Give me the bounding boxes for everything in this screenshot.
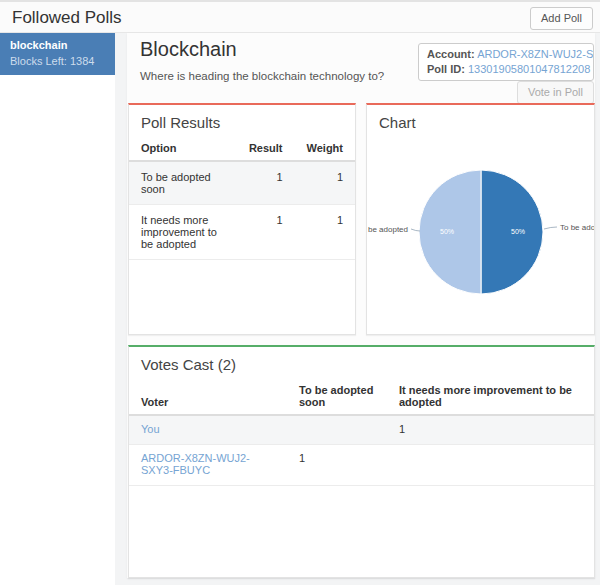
option-cell: It needs more improvement to be adopted	[129, 205, 237, 260]
poll-results-title: Poll Results	[129, 105, 355, 138]
add-poll-button[interactable]: Add Poll	[530, 7, 593, 30]
pie-percent-left: 50%	[440, 228, 454, 235]
pie-label-needs-improvement: It needs more improvement to be adopted	[367, 225, 408, 234]
vote-value-cell: 1	[287, 445, 387, 486]
chart-title: Chart	[367, 105, 594, 138]
chart-panel: Chart 50% 50% It needs more improvement …	[366, 103, 595, 335]
table-row: ARDOR-X8ZN-WUJ2-SXY3-FBUYC 1	[129, 445, 594, 486]
vote-value-cell: 1	[387, 415, 594, 445]
voter-link-account[interactable]: ARDOR-X8ZN-WUJ2-SXY3-FBUYC	[141, 452, 250, 476]
pie-callout-line-right	[544, 227, 557, 229]
voter-cell: You	[129, 415, 287, 445]
page-title: Followed Polls	[12, 8, 122, 28]
column-option: Option	[129, 138, 237, 161]
poll-results-panel: Poll Results Option Result Weight To be …	[128, 103, 356, 335]
vote-value-cell	[387, 445, 594, 486]
followed-polls-page: Followed Polls Add Poll blockchain Block…	[0, 0, 600, 585]
column-needs-improvement: It needs more improvement to be adopted	[387, 380, 594, 415]
column-to-be-adopted-soon: To be adopted soon	[287, 380, 387, 415]
poll-title: Blockchain	[140, 38, 237, 61]
votes-cast-panel: Votes Cast (2) Voter To be adopted soon …	[128, 345, 595, 578]
account-label: Account:	[427, 48, 475, 60]
poll-question: Where is heading the blockchain technolo…	[140, 70, 384, 82]
poll-account-box: Account: ARDOR-X8ZN-WUJ2-SXY3-FBUYC Poll…	[418, 43, 594, 81]
result-cell: 1	[237, 205, 295, 260]
poll-id-row: Poll ID: 13301905801047812208	[427, 62, 585, 77]
option-cell: To be adopted soon	[129, 161, 237, 205]
page-header: Followed Polls Add Poll	[0, 0, 600, 33]
weight-cell: 1	[295, 161, 355, 205]
table-row: You 1	[129, 415, 594, 445]
votes-cast-table: Voter To be adopted soon It needs more i…	[129, 380, 594, 486]
poll-pie-chart: 50% 50% It needs more improvement to be …	[367, 135, 595, 330]
votes-header-row: Voter To be adopted soon It needs more i…	[129, 380, 594, 415]
table-row: To be adopted soon 1 1	[129, 161, 355, 205]
account-link[interactable]: ARDOR-X8ZN-WUJ2-SXY3-FBUYC	[477, 48, 594, 60]
account-row: Account: ARDOR-X8ZN-WUJ2-SXY3-FBUYC	[427, 47, 585, 62]
weight-cell: 1	[295, 205, 355, 260]
sidebar-poll-name: blockchain	[10, 39, 105, 51]
pie-label-to-be-adopted-soon: To be adopted soon	[560, 223, 595, 232]
column-result: Result	[237, 138, 295, 161]
poll-results-header-row: Option Result Weight	[129, 138, 355, 161]
result-cell: 1	[237, 161, 295, 205]
sidebar-item-blockchain[interactable]: blockchain Blocks Left: 1384	[0, 33, 115, 75]
poll-results-table: Option Result Weight To be adopted soon …	[129, 138, 355, 260]
vote-value-cell	[287, 415, 387, 445]
poll-id-link[interactable]: 13301905801047812208	[468, 63, 590, 75]
column-weight: Weight	[295, 138, 355, 161]
polls-sidebar: blockchain Blocks Left: 1384	[0, 33, 115, 585]
blocks-left-value: 1384	[70, 55, 94, 67]
voter-cell: ARDOR-X8ZN-WUJ2-SXY3-FBUYC	[129, 445, 287, 486]
sidebar-blocks-left: Blocks Left: 1384	[10, 55, 105, 67]
table-row: It needs more improvement to be adopted …	[129, 205, 355, 260]
poll-id-label: Poll ID:	[427, 63, 465, 75]
votes-cast-title: Votes Cast (2)	[129, 347, 594, 380]
vote-in-poll-button[interactable]: Vote in Poll	[517, 81, 594, 104]
voter-link-you[interactable]: You	[141, 423, 160, 435]
blocks-left-label: Blocks Left:	[10, 55, 67, 67]
poll-detail-main: Blockchain Where is heading the blockcha…	[127, 33, 595, 578]
pie-percent-right: 50%	[511, 228, 525, 235]
column-voter: Voter	[129, 380, 287, 415]
